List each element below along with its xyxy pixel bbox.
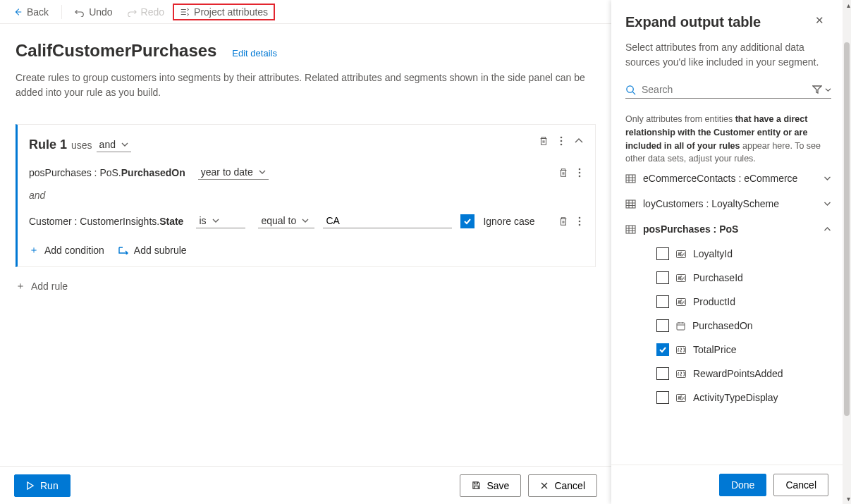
delete-condition2-icon[interactable] xyxy=(558,216,568,226)
add-rule-button[interactable]: ＋ Add rule xyxy=(16,280,68,293)
table-icon xyxy=(625,225,636,234)
search-input[interactable] xyxy=(642,84,807,95)
chevron-up-icon xyxy=(824,226,831,232)
title-row: CalifCustomerPurchases Edit details xyxy=(16,41,596,61)
rule-logic-dropdown[interactable]: and xyxy=(97,137,131,152)
condition2-op1-dropdown[interactable]: is xyxy=(196,214,245,228)
attribute-label: TotalPrice xyxy=(693,344,736,355)
attribute-item[interactable]: PurchaseId xyxy=(625,266,831,290)
attribute-label: ActivityTypeDisplay xyxy=(693,392,778,403)
search-row xyxy=(625,84,831,99)
filter-button[interactable] xyxy=(812,85,831,94)
condition-and: and xyxy=(29,190,581,201)
save-button[interactable]: Save xyxy=(460,474,521,497)
scrollbar[interactable]: ▴ ▾ xyxy=(843,0,851,504)
condition2-op2-dropdown[interactable]: equal to xyxy=(258,214,314,228)
delete-rule-icon[interactable] xyxy=(539,136,549,146)
table-icon xyxy=(625,174,636,183)
attribute-checkbox[interactable] xyxy=(656,247,669,260)
condition2-value-input[interactable] xyxy=(323,214,452,228)
svg-point-3 xyxy=(579,168,581,170)
condition-row-2: Customer : CustomerInsights.State is equ… xyxy=(29,214,581,228)
attribute-checkbox[interactable] xyxy=(656,391,669,404)
svg-point-7 xyxy=(579,220,581,222)
back-button[interactable]: Back xyxy=(7,4,54,20)
page-footer: Run Save Cancel xyxy=(0,466,611,504)
close-icon[interactable]: ✕ xyxy=(815,14,824,27)
table-icon xyxy=(625,199,636,209)
run-button[interactable]: Run xyxy=(14,474,71,497)
svg-point-4 xyxy=(579,171,581,173)
type-icon xyxy=(676,394,686,402)
side-panel: Expand output table ✕ Select attributes … xyxy=(611,0,851,504)
attribute-item[interactable]: ProductId xyxy=(625,290,831,314)
page-title: CalifCustomerPurchases xyxy=(16,41,216,60)
type-icon xyxy=(676,321,685,331)
main-content: CalifCustomerPurchases Edit details Crea… xyxy=(0,24,611,466)
rule-header: Rule 1 uses and xyxy=(29,137,581,152)
panel-hint: Only attributes from entities that have … xyxy=(625,113,831,166)
redo-label: Redo xyxy=(141,6,164,18)
entity-ecommerce[interactable]: eCommerceContacts : eCommerce xyxy=(625,166,831,191)
condition2-more-icon[interactable] xyxy=(578,216,581,226)
svg-point-9 xyxy=(627,85,633,92)
rule-name: Rule 1 xyxy=(29,137,67,152)
attribute-checkbox[interactable] xyxy=(656,343,669,356)
attribute-item[interactable]: RewardPointsAdded xyxy=(625,362,831,386)
svg-point-0 xyxy=(561,137,563,139)
condition1-operator-value: year to date xyxy=(201,166,253,178)
scrollbar-thumb[interactable] xyxy=(844,42,850,416)
redo-button[interactable]: Redo xyxy=(121,4,170,20)
entity-pos[interactable]: posPurchases : PoS xyxy=(625,216,831,242)
undo-label: Undo xyxy=(89,6,112,18)
svg-point-1 xyxy=(561,140,563,142)
undo-button[interactable]: Undo xyxy=(69,4,118,20)
svg-point-2 xyxy=(561,144,563,146)
ignore-case-checkbox[interactable] xyxy=(460,214,475,228)
ignore-case-label: Ignore case xyxy=(483,216,534,227)
collapse-rule-icon[interactable] xyxy=(574,137,584,145)
type-icon xyxy=(676,346,686,354)
attribute-item[interactable]: ActivityTypeDisplay xyxy=(625,386,831,410)
rule-card: Rule 1 uses and posPurchases : PoS.Purch… xyxy=(16,124,596,267)
condition1-operator-dropdown[interactable]: year to date xyxy=(198,165,269,180)
condition2-attribute: Customer : CustomerInsights.State xyxy=(29,216,183,227)
attribute-checkbox[interactable] xyxy=(656,295,669,308)
rule-uses-label: uses xyxy=(71,140,92,151)
add-subrule-button[interactable]: Add subrule xyxy=(118,245,187,256)
attribute-checkbox[interactable] xyxy=(656,319,669,332)
edit-details-link[interactable]: Edit details xyxy=(232,48,277,59)
cancel-button[interactable]: Cancel xyxy=(528,474,597,497)
rule-more-icon[interactable] xyxy=(560,136,563,146)
svg-rect-12 xyxy=(626,226,635,233)
entity-loyalty[interactable]: loyCustomers : LoyaltyScheme xyxy=(625,191,831,216)
panel-scroll: Expand output table ✕ Select attributes … xyxy=(611,0,843,465)
type-icon xyxy=(676,274,686,282)
attribute-item[interactable]: PurchasedOn xyxy=(625,314,831,338)
svg-point-8 xyxy=(579,223,581,226)
subrule-icon xyxy=(118,246,128,254)
svg-rect-16 xyxy=(677,323,685,330)
rule-card-actions xyxy=(539,136,584,146)
page-description: Create rules to group customers into seg… xyxy=(16,70,594,100)
svg-rect-10 xyxy=(626,175,635,183)
panel-cancel-button[interactable]: Cancel xyxy=(773,474,828,496)
toolbar-separator xyxy=(61,5,62,19)
attribute-item[interactable]: TotalPrice xyxy=(625,338,831,362)
condition1-more-icon[interactable] xyxy=(578,168,581,178)
condition-row-1: posPurchases : PoS.PurchasedOn year to d… xyxy=(29,165,581,180)
type-icon xyxy=(676,250,686,258)
panel-footer: Done Cancel xyxy=(611,465,843,504)
attribute-label: RewardPointsAdded xyxy=(693,368,783,379)
scroll-down-icon[interactable]: ▾ xyxy=(847,495,850,503)
svg-point-6 xyxy=(579,216,581,219)
attribute-item[interactable]: LoyaltyId xyxy=(625,242,831,266)
project-attributes-button[interactable]: Project attributes xyxy=(173,4,275,20)
attribute-checkbox[interactable] xyxy=(656,271,669,284)
delete-condition1-icon[interactable] xyxy=(558,168,568,178)
attribute-label: ProductId xyxy=(693,296,735,307)
scroll-up-icon[interactable]: ▴ xyxy=(847,1,850,9)
done-button[interactable]: Done xyxy=(719,474,766,496)
add-condition-button[interactable]: ＋ Add condition xyxy=(29,244,104,257)
attribute-checkbox[interactable] xyxy=(656,367,669,380)
